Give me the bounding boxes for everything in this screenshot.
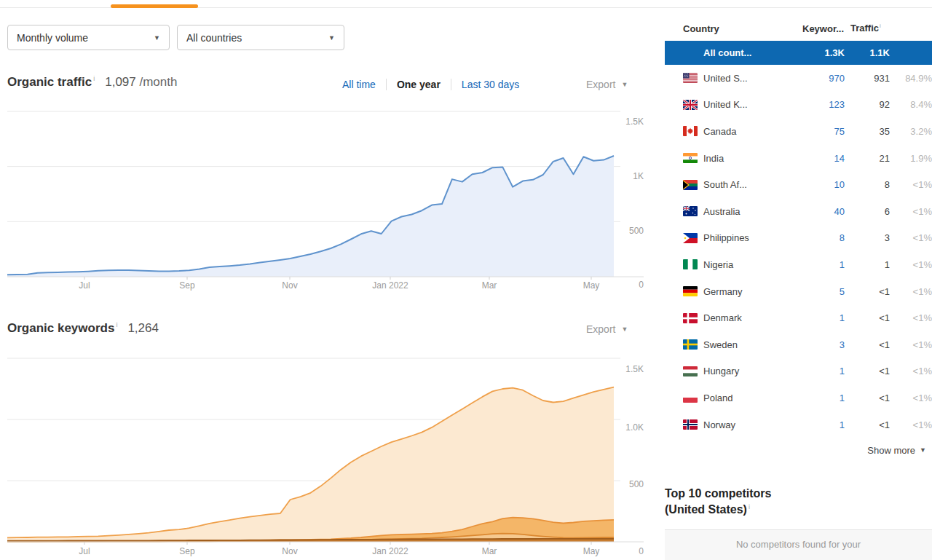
- country-dropdown[interactable]: All countries ▼: [177, 25, 344, 50]
- country-dropdown-value: All countries: [186, 32, 242, 44]
- country-row[interactable]: Australia406<1%: [665, 198, 932, 225]
- y-tick-label: 500: [615, 226, 644, 236]
- de-flag-icon: [683, 286, 698, 296]
- country-traffic: 35: [845, 126, 890, 137]
- country-keywords: 40: [802, 206, 845, 217]
- range-all-time[interactable]: All time: [342, 79, 376, 90]
- country-name: Philippines: [703, 232, 802, 243]
- organic-keywords-heading: Organic keywordsi 1,264: [7, 321, 159, 336]
- country-row[interactable]: Denmark1<1<1%: [665, 304, 932, 331]
- country-traffic: 6: [845, 206, 890, 217]
- dk-flag-icon: [683, 313, 698, 323]
- column-keywords: Keywor...: [802, 23, 845, 34]
- all-countries-label: All count...: [703, 47, 802, 58]
- divider: [451, 79, 451, 90]
- country-traffic: <1: [845, 393, 890, 403]
- country-name: India: [703, 153, 802, 164]
- metric-dropdown[interactable]: Monthly volume ▼: [7, 25, 170, 50]
- country-traffic-share: 8.4%: [890, 99, 932, 110]
- country-traffic-share: 1.9%: [890, 153, 932, 164]
- country-traffic: <1: [845, 419, 890, 430]
- show-more-button[interactable]: Show more ▼: [665, 438, 932, 462]
- country-traffic-share: <1%: [890, 179, 932, 190]
- country-traffic-share: 84.9%: [890, 73, 932, 84]
- all-countries-keywords: 1.3K: [802, 47, 845, 58]
- country-traffic: 1: [845, 259, 890, 270]
- country-row[interactable]: Germany5<1<1%: [665, 278, 932, 305]
- country-traffic-share: <1%: [890, 419, 932, 430]
- country-row[interactable]: Poland1<1<1%: [665, 384, 932, 411]
- organic-keywords-chart[interactable]: [0, 350, 648, 545]
- x-tick-label: Nov: [282, 546, 297, 556]
- country-traffic: <1: [845, 312, 890, 323]
- organic-keywords-value: 1,264: [127, 321, 159, 336]
- x-tick-label: Sep: [179, 280, 194, 291]
- country-row[interactable]: Nigeria11<1%: [665, 251, 932, 278]
- country-traffic: <1: [845, 286, 890, 297]
- all-countries-row[interactable]: All count... 1.3K 1.1K: [665, 41, 932, 65]
- country-keywords: 970: [802, 73, 845, 84]
- x-tick-label: Sep: [179, 546, 194, 556]
- y-tick-label: 500: [615, 479, 644, 489]
- country-traffic: 21: [845, 153, 890, 164]
- country-keywords: 5: [802, 286, 845, 297]
- keywords-export-button[interactable]: Export ▼: [586, 323, 628, 335]
- chevron-down-icon: ▼: [621, 326, 628, 333]
- all-countries-traffic: 1.1K: [845, 47, 890, 58]
- country-traffic-share: <1%: [890, 339, 932, 350]
- country-row[interactable]: Sweden3<1<1%: [665, 331, 932, 358]
- country-name: Sweden: [703, 339, 802, 350]
- pl-flag-icon: [683, 393, 698, 403]
- country-row[interactable]: India14211.9%: [665, 145, 932, 172]
- country-traffic-share: <1%: [890, 312, 932, 323]
- country-keywords: 10: [802, 179, 845, 190]
- x-tick-label: Jul: [79, 546, 90, 556]
- us-flag-icon: [683, 73, 698, 83]
- chevron-down-icon: ▼: [154, 34, 160, 42]
- info-icon: i: [116, 321, 117, 328]
- ng-flag-icon: [683, 259, 698, 269]
- gb-flag-icon: [683, 100, 698, 110]
- chevron-down-icon: ▼: [621, 81, 628, 88]
- organic-traffic-chart[interactable]: [0, 106, 648, 284]
- country-row[interactable]: United S...97093184.9%: [665, 65, 932, 92]
- country-traffic: 931: [845, 73, 890, 84]
- country-keywords: 3: [802, 339, 845, 350]
- in-flag-icon: [683, 153, 698, 163]
- x-tick-label: Jan 2022: [372, 546, 408, 556]
- country-keywords: 75: [802, 126, 845, 137]
- range-last-30-days[interactable]: Last 30 days: [462, 79, 519, 90]
- y-tick-label: 0: [615, 280, 644, 290]
- country-name: United S...: [703, 73, 802, 84]
- country-name: Hungary: [703, 366, 802, 376]
- country-name: United K...: [703, 99, 802, 110]
- country-traffic-share: <1%: [890, 232, 932, 243]
- countries-panel: Country Keywor... Traffici All count... …: [665, 16, 932, 560]
- country-row[interactable]: Hungary1<1<1%: [665, 358, 932, 385]
- country-traffic: 92: [845, 99, 890, 110]
- info-icon: i: [880, 23, 881, 29]
- ca-flag-icon: [683, 126, 698, 136]
- x-tick-label: May: [583, 280, 600, 291]
- country-row[interactable]: United K...123928.4%: [665, 92, 932, 119]
- country-traffic-share: <1%: [890, 206, 932, 217]
- country-row[interactable]: Philippines83<1%: [665, 225, 932, 252]
- country-row[interactable]: South Af...108<1%: [665, 171, 932, 198]
- organic-traffic-heading: Organic traffici 1,097 /month: [7, 75, 177, 90]
- range-one-year[interactable]: One year: [397, 79, 441, 90]
- country-row[interactable]: Norway1<1<1%: [665, 411, 932, 438]
- country-keywords: 1: [802, 419, 845, 430]
- country-row[interactable]: Canada75353.2%: [665, 118, 932, 145]
- country-table-header: Country Keywor... Traffici: [665, 16, 932, 41]
- divider: [386, 79, 387, 90]
- country-keywords: 1: [802, 366, 845, 376]
- za-flag-icon: [683, 180, 698, 190]
- country-traffic: 8: [845, 179, 890, 190]
- traffic-export-button[interactable]: Export ▼: [586, 79, 628, 90]
- country-keywords: 8: [802, 232, 845, 243]
- country-keywords: 1: [802, 393, 845, 403]
- country-table-body: United S...97093184.9%United K...123928.…: [665, 65, 932, 438]
- column-country: Country: [683, 23, 802, 34]
- country-traffic: <1: [845, 339, 890, 350]
- country-traffic-share: 3.2%: [890, 126, 932, 137]
